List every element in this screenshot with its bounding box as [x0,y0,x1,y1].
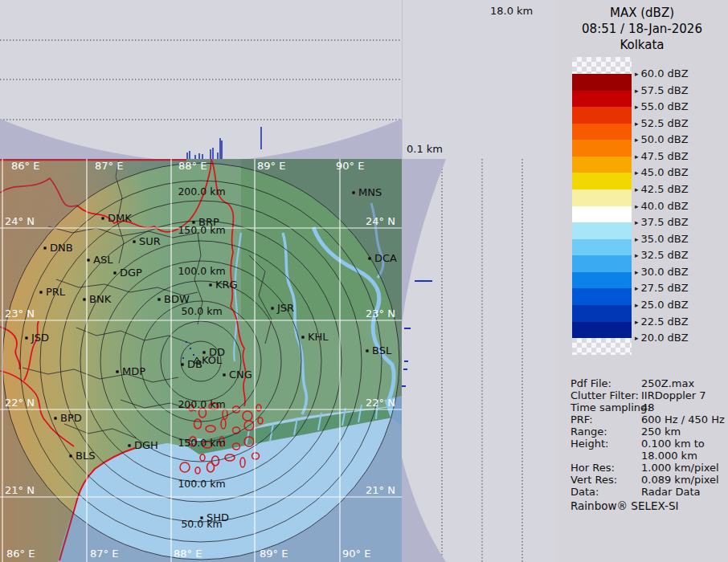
metadata-label: PRF: [571,413,593,426]
range-ring-label: 100.0 km [178,265,225,277]
city-marker [133,240,135,242]
tick-arrow-icon: ▸ [635,301,639,309]
metadata-label: Time sampling: [571,401,651,413]
legend-color-band [572,57,632,74]
metadata-label: Height: [571,438,608,450]
city-marker [366,349,368,352]
metadata-value: 0.100 km to [641,438,705,450]
legend-tick: ▸42.5 dBZ [635,183,689,196]
legend-tick: ▸45.0 dBZ [635,166,689,179]
city-marker [301,336,304,338]
legend-tick: ▸25.0 dBZ [635,299,689,312]
metadata-row: PRF:600 Hz / 450 Hz [556,413,728,426]
metadata-value: 250Z.max [641,377,694,389]
city-label: MDP [122,365,145,377]
lon-label-top: 87° E [95,160,123,172]
city-marker [54,417,56,419]
legend-tick: ▸55.0 dBZ [635,100,689,113]
metadata-row: Pdf File:250Z.max [556,377,728,389]
metadata-row: Time sampling:48 [556,401,728,413]
city-label: SUR [139,235,161,247]
tick-arrow-icon: ▸ [635,318,639,326]
city-label: MNS [358,186,382,198]
station-name: Kolkata [556,38,728,52]
legend-tick-label: 50.0 dBZ [641,133,689,145]
city-marker [157,298,160,300]
lat-label-left: 22° N [5,397,35,409]
panel-divider [402,0,403,159]
city-marker [181,363,183,365]
city-label: JSR [276,302,294,314]
top-height-profile-panel [0,0,402,159]
metadata-value: 600 Hz / 450 Hz [641,413,725,426]
lat-label-left: 24° N [5,215,35,227]
city-label: BSL [372,344,392,356]
legend-tick: ▸50.0 dBZ [635,133,689,146]
tick-arrow-icon: ▸ [635,284,639,292]
lon-label-bottom: 88° E [174,548,202,560]
metadata-label: Range: [571,426,607,438]
legend-tick: ▸22.5 dBZ [635,316,689,328]
range-ring-label: 200.0 km [178,398,225,410]
legend-tick-label: 32.5 dBZ [641,249,689,261]
legend-tick: ▸35.0 dBZ [635,233,689,246]
city-label: BNK [89,293,112,305]
city-marker [200,516,202,519]
top-profile-graphics [0,0,402,159]
legend-tick: ▸60.0 dBZ [635,67,689,80]
echo-top-profile [187,127,261,159]
tick-arrow-icon: ▸ [635,202,639,210]
metadata-label: Clutter Filter: [571,389,639,401]
city-label: DNB [50,242,73,254]
height-axis-min-label: 0.1 km [407,143,443,155]
metadata-row: Height:0.100 km to [556,438,728,450]
legend-tick-label: 55.0 dBZ [641,100,689,112]
lon-label-bottom: 87° E [90,548,118,560]
metadata-label: Hor Res: [571,462,615,474]
city-label: DMK [108,212,132,224]
radar-site-label: KOL [202,354,223,366]
legend-tick: ▸57.5 dBZ [635,84,689,97]
legend-tick-label: 37.5 dBZ [641,216,689,228]
tick-arrow-icon: ▸ [635,251,639,259]
city-marker [368,257,370,259]
metadata-row: 18.000 km [556,450,728,462]
range-ring-label: 100.0 km [178,478,225,490]
legend-tick-label: 45.0 dBZ [641,166,689,178]
city-label: DGH [134,439,158,451]
legend-tick-label: 35.0 dBZ [641,233,689,245]
city-marker [101,217,104,219]
lat-label-right: 23° N [366,307,395,320]
city-marker [192,221,194,223]
city-marker [352,191,354,193]
legend-tick-label: 60.0 dBZ [641,67,689,79]
city-marker [39,291,42,293]
range-ring-label: 150.0 km [178,437,225,449]
metadata-value: 48 [641,401,655,413]
city-label: DGP [120,267,142,279]
legend-tick: ▸32.5 dBZ [635,249,689,262]
software-brand: Rainbow® SELEX-SI [571,499,678,512]
legend-color-band [572,173,632,189]
range-ring-label: 50.0 km [181,305,222,317]
legend-color-band [572,322,632,339]
lon-label-bottom: 89° E [260,548,288,560]
echo-side-profile [402,281,432,386]
metadata-value: Radar Data [641,486,700,498]
tick-arrow-icon: ▸ [635,235,639,243]
lat-label-left: 23° N [5,307,35,320]
out-of-range-wedge-left [0,119,154,159]
city-label: ASL [93,254,113,266]
lon-label-top: 86° E [11,160,39,172]
out-of-range-wedge-top [402,159,446,324]
radar-app-window: 18.0 km 0.1 km [0,0,728,562]
tick-arrow-icon: ▸ [635,268,639,276]
city-label: BLS [76,450,95,462]
legend-tick: ▸20.0 dBZ [635,332,689,344]
tick-arrow-icon: ▸ [635,169,639,177]
legend-color-band [572,124,632,140]
legend-tick-label: 30.0 dBZ [641,266,689,278]
tick-arrow-icon: ▸ [635,120,639,128]
metadata-row: Vert Res:0.089 km/pixel [556,474,728,486]
product-title: MAX (dBZ) [556,6,728,20]
